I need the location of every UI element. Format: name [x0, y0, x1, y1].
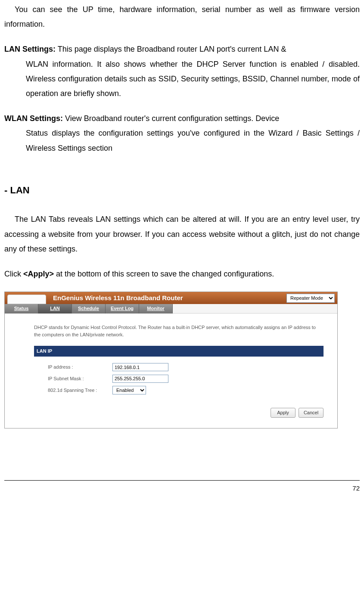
tab-schedule[interactable]: Schedule: [72, 304, 106, 314]
tab-monitor[interactable]: Monitor: [139, 304, 173, 314]
router-title: EnGenius Wireless 11n Broadband Router: [46, 292, 286, 304]
dhcp-description: DHCP stands for Dynamic Host Control Pro…: [34, 324, 324, 338]
row-spanning: 802.1d Spanning Tree : Enabled: [48, 386, 332, 395]
apply-button[interactable]: Apply: [271, 408, 296, 418]
button-row: Apply Cancel: [10, 408, 332, 418]
apply-post: at the bottom of this screen to save the…: [54, 270, 274, 278]
router-content: DHCP stands for Dynamic Host Control Pro…: [5, 314, 337, 428]
lan-settings-label: LAN Settings:: [4, 45, 56, 53]
apply-bold: <Apply>: [23, 270, 54, 278]
lan-settings-rest: WLAN information. It also shows whether …: [26, 57, 360, 101]
lan-intro-text: The LAN Tabs reveals LAN settings which …: [4, 212, 360, 256]
footer: 72: [4, 480, 360, 495]
ip-input[interactable]: [112, 363, 168, 371]
row-subnet: IP Subnet Mask :: [48, 374, 332, 383]
row-ip: IP address :: [48, 363, 332, 372]
tab-event-log[interactable]: Event Log: [106, 304, 139, 314]
mode-select[interactable]: Repeater Mode: [286, 294, 335, 303]
form-rows: IP address : IP Subnet Mask : 802.1d Spa…: [48, 363, 332, 395]
wlan-settings-first: View Broadband router's current configur…: [63, 114, 279, 123]
subnet-input[interactable]: [112, 375, 168, 383]
intro-text: You can see the UP time, hardware inform…: [4, 2, 360, 31]
spanning-select[interactable]: Enabled: [112, 386, 146, 394]
lan-ip-bar: LAN IP: [34, 346, 324, 357]
page-number: 72: [352, 484, 360, 492]
wlan-settings-rest: Status displays the configuration settin…: [26, 126, 360, 155]
lan-settings-first: This page displays the Broadband router …: [56, 45, 286, 53]
apply-pre: Click: [4, 270, 23, 278]
logo-placeholder: [7, 295, 46, 304]
ip-label: IP address :: [48, 363, 112, 372]
spanning-label: 802.1d Spanning Tree :: [48, 386, 112, 395]
apply-line: Click <Apply> at the bottom of this scre…: [4, 267, 360, 281]
router-screenshot: EnGenius Wireless 11n Broadband Router R…: [4, 292, 338, 428]
lan-heading: - LAN: [4, 181, 360, 199]
lan-settings-para: LAN Settings: This page displays the Bro…: [4, 42, 360, 101]
cancel-button[interactable]: Cancel: [299, 408, 324, 418]
wlan-settings-para: WLAN Settings: View Broadband router's c…: [4, 111, 360, 155]
wlan-settings-label: WLAN Settings:: [4, 114, 63, 123]
tab-lan[interactable]: LAN: [38, 304, 72, 314]
tab-bar: Status LAN Schedule Event Log Monitor: [5, 304, 337, 314]
subnet-label: IP Subnet Mask :: [48, 374, 112, 383]
tab-status[interactable]: Status: [5, 304, 38, 314]
router-top-bar: EnGenius Wireless 11n Broadband Router R…: [5, 292, 337, 304]
